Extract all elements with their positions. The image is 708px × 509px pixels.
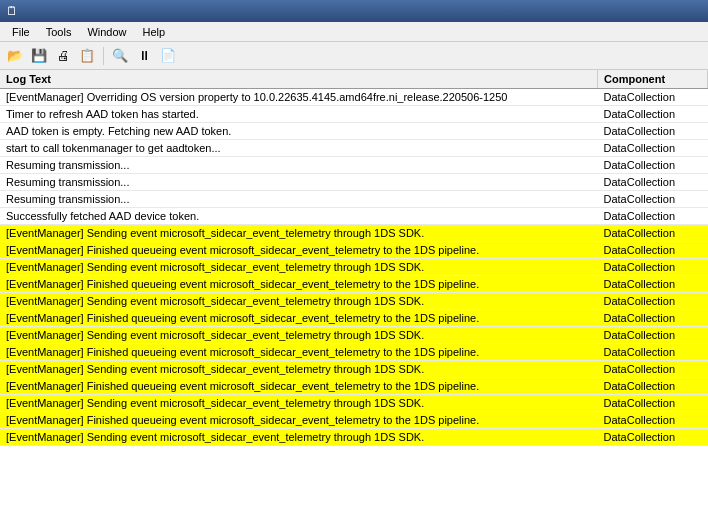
log-text-cell: [EventManager] Sending event microsoft_s…	[0, 429, 598, 446]
component-cell: DataCollection	[598, 242, 708, 259]
table-row[interactable]: Resuming transmission...DataCollection	[0, 191, 708, 208]
component-cell: DataCollection	[598, 310, 708, 327]
col-header-logtext: Log Text	[0, 70, 598, 89]
log-text-cell: [EventManager] Sending event microsoft_s…	[0, 327, 598, 344]
log-text-cell: AAD token is empty. Fetching new AAD tok…	[0, 123, 598, 140]
component-cell: DataCollection	[598, 378, 708, 395]
menu-item-file[interactable]: File	[4, 24, 38, 40]
component-cell: DataCollection	[598, 208, 708, 225]
component-cell: DataCollection	[598, 157, 708, 174]
log-text-cell: Resuming transmission...	[0, 174, 598, 191]
table-row[interactable]: [EventManager] Sending event microsoft_s…	[0, 361, 708, 378]
menu-item-help[interactable]: Help	[135, 24, 174, 40]
toolbar-separator	[103, 47, 104, 65]
pause-button[interactable]: ⏸	[133, 45, 155, 67]
table-row[interactable]: [EventManager] Finished queueing event m…	[0, 344, 708, 361]
menu-item-window[interactable]: Window	[79, 24, 134, 40]
component-cell: DataCollection	[598, 140, 708, 157]
log-text-cell: start to call tokenmanager to get aadtok…	[0, 140, 598, 157]
toolbar: 📂💾🖨📋🔍⏸📄	[0, 42, 708, 70]
table-row[interactable]: [EventManager] Sending event microsoft_s…	[0, 293, 708, 310]
log-text-cell: Resuming transmission...	[0, 191, 598, 208]
log-table-container[interactable]: Log Text Component [EventManager] Overri…	[0, 70, 708, 509]
save-button[interactable]: 💾	[28, 45, 50, 67]
table-row[interactable]: [EventManager] Finished queueing event m…	[0, 242, 708, 259]
log-text-cell: [EventManager] Finished queueing event m…	[0, 412, 598, 429]
component-cell: DataCollection	[598, 429, 708, 446]
find-button[interactable]: 🔍	[109, 45, 131, 67]
component-cell: DataCollection	[598, 395, 708, 412]
table-row[interactable]: [EventManager] Overriding OS version pro…	[0, 89, 708, 106]
log-text-cell: [EventManager] Sending event microsoft_s…	[0, 225, 598, 242]
menu-item-tools[interactable]: Tools	[38, 24, 80, 40]
component-cell: DataCollection	[598, 89, 708, 106]
copy-button[interactable]: 📋	[76, 45, 98, 67]
table-row[interactable]: start to call tokenmanager to get aadtok…	[0, 140, 708, 157]
table-row[interactable]: [EventManager] Finished queueing event m…	[0, 378, 708, 395]
table-row[interactable]: [EventManager] Sending event microsoft_s…	[0, 259, 708, 276]
component-cell: DataCollection	[598, 106, 708, 123]
table-row[interactable]: AAD token is empty. Fetching new AAD tok…	[0, 123, 708, 140]
table-row[interactable]: [EventManager] Finished queueing event m…	[0, 412, 708, 429]
table-row[interactable]: [EventManager] Sending event microsoft_s…	[0, 225, 708, 242]
table-row[interactable]: [EventManager] Finished queueing event m…	[0, 310, 708, 327]
component-cell: DataCollection	[598, 276, 708, 293]
component-cell: DataCollection	[598, 123, 708, 140]
log-table: Log Text Component [EventManager] Overri…	[0, 70, 708, 446]
log-text-cell: [EventManager] Sending event microsoft_s…	[0, 361, 598, 378]
title-bar: 🗒	[0, 0, 708, 22]
col-header-component: Component	[598, 70, 708, 89]
log-text-cell: [EventManager] Finished queueing event m…	[0, 344, 598, 361]
table-row[interactable]: [EventManager] Sending event microsoft_s…	[0, 429, 708, 446]
menu-bar: FileToolsWindowHelp	[0, 22, 708, 42]
log-text-cell: [EventManager] Finished queueing event m…	[0, 378, 598, 395]
log-text-cell: Successfully fetched AAD device token.	[0, 208, 598, 225]
open-file-button[interactable]: 📂	[4, 45, 26, 67]
print-button[interactable]: 🖨	[52, 45, 74, 67]
log-text-cell: [EventManager] Overriding OS version pro…	[0, 89, 598, 106]
view-button[interactable]: 📄	[157, 45, 179, 67]
log-text-cell: Resuming transmission...	[0, 157, 598, 174]
log-text-cell: [EventManager] Sending event microsoft_s…	[0, 259, 598, 276]
table-row[interactable]: [EventManager] Sending event microsoft_s…	[0, 395, 708, 412]
component-cell: DataCollection	[598, 293, 708, 310]
log-text-cell: [EventManager] Sending event microsoft_s…	[0, 395, 598, 412]
log-text-cell: [EventManager] Finished queueing event m…	[0, 242, 598, 259]
table-row[interactable]: [EventManager] Sending event microsoft_s…	[0, 327, 708, 344]
component-cell: DataCollection	[598, 361, 708, 378]
log-text-cell: [EventManager] Finished queueing event m…	[0, 310, 598, 327]
table-row[interactable]: Timer to refresh AAD token has started.D…	[0, 106, 708, 123]
component-cell: DataCollection	[598, 344, 708, 361]
component-cell: DataCollection	[598, 191, 708, 208]
component-cell: DataCollection	[598, 225, 708, 242]
log-text-cell: Timer to refresh AAD token has started.	[0, 106, 598, 123]
log-text-cell: [EventManager] Sending event microsoft_s…	[0, 293, 598, 310]
component-cell: DataCollection	[598, 327, 708, 344]
component-cell: DataCollection	[598, 412, 708, 429]
log-text-cell: [EventManager] Finished queueing event m…	[0, 276, 598, 293]
table-row[interactable]: Resuming transmission...DataCollection	[0, 174, 708, 191]
component-cell: DataCollection	[598, 174, 708, 191]
table-row[interactable]: [EventManager] Finished queueing event m…	[0, 276, 708, 293]
component-cell: DataCollection	[598, 259, 708, 276]
table-row[interactable]: Successfully fetched AAD device token.Da…	[0, 208, 708, 225]
app-icon: 🗒	[6, 4, 18, 18]
table-row[interactable]: Resuming transmission...DataCollection	[0, 157, 708, 174]
